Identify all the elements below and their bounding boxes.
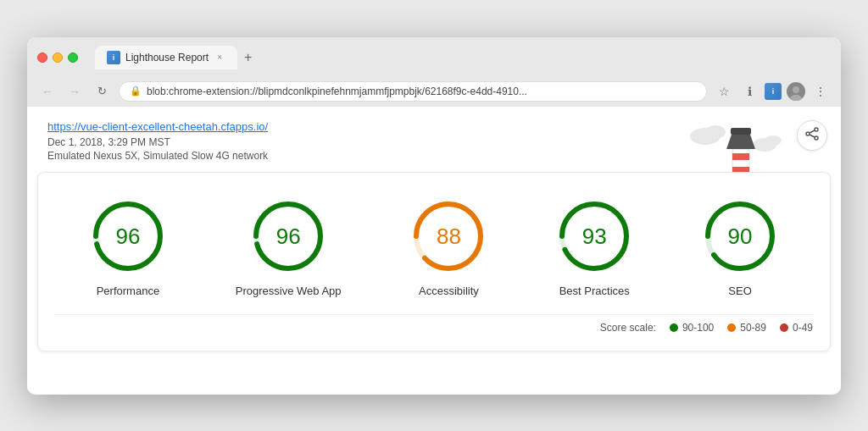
share-icon xyxy=(805,127,819,144)
score-circle-seo: 90 xyxy=(702,198,778,274)
svg-point-15 xyxy=(806,132,810,135)
tab-title: Lighthouse Report xyxy=(125,52,209,64)
svg-point-0 xyxy=(793,86,799,93)
scale-orange-dot xyxy=(727,323,736,332)
address-text: blob:chrome-extension://blipmdconlkpinef… xyxy=(147,86,696,97)
address-bar[interactable]: 🔒 blob:chrome-extension://blipmdconlkpin… xyxy=(119,81,707,102)
title-bar: i Lighthouse Report × + xyxy=(27,37,841,76)
scale-red: 0-49 xyxy=(780,322,813,334)
extension-icon[interactable]: i xyxy=(765,83,782,100)
lighthouse-illustration xyxy=(688,115,790,172)
share-button[interactable] xyxy=(797,120,827,151)
scale-green-dot xyxy=(670,323,678,332)
svg-line-17 xyxy=(810,130,815,133)
score-scale-label: Score scale: xyxy=(600,322,656,334)
scale-orange-range: 50-89 xyxy=(740,322,766,334)
score-value-performance: 96 xyxy=(115,223,140,249)
score-value-accessibility: 88 xyxy=(437,223,461,249)
svg-point-1 xyxy=(790,95,802,101)
score-label-pwa: Progressive Web App xyxy=(236,285,342,297)
svg-rect-8 xyxy=(732,167,749,172)
bookmark-button[interactable]: ☆ xyxy=(714,81,734,102)
close-traffic-light[interactable] xyxy=(37,52,47,63)
score-item-best-practices: 93 Best Practices xyxy=(556,198,632,297)
svg-point-3 xyxy=(705,125,726,139)
info-button[interactable]: ℹ xyxy=(739,81,760,102)
svg-line-18 xyxy=(810,135,815,137)
score-label-accessibility: Accessibility xyxy=(419,285,479,297)
forward-button[interactable]: → xyxy=(64,81,85,102)
svg-point-16 xyxy=(815,136,818,140)
traffic-lights xyxy=(37,52,78,63)
score-value-seo: 90 xyxy=(728,223,753,249)
score-item-performance: 96 Performance xyxy=(90,198,166,297)
svg-point-5 xyxy=(765,135,782,146)
reload-button[interactable]: ↻ xyxy=(92,81,112,102)
scale-green-range: 90-100 xyxy=(682,322,714,334)
minimize-traffic-light[interactable] xyxy=(53,52,63,63)
more-button[interactable]: ⋮ xyxy=(810,81,831,102)
score-value-pwa: 96 xyxy=(276,223,301,249)
scale-red-range: 0-49 xyxy=(793,322,813,334)
score-circle-pwa: 96 xyxy=(250,198,326,274)
nav-bar: ← → ↻ 🔒 blob:chrome-extension://blipmdco… xyxy=(27,76,841,107)
scores-row: 96 Performance 96 Progressive Web App 88… xyxy=(55,198,813,297)
back-button[interactable]: ← xyxy=(37,81,58,102)
tab-favicon: i xyxy=(107,51,120,64)
score-label-best-practices: Best Practices xyxy=(559,285,630,297)
score-value-best-practices: 93 xyxy=(582,223,607,249)
scale-orange: 50-89 xyxy=(727,322,766,334)
page-header: https://vue-client-excellent-cheetah.cfa… xyxy=(27,107,841,172)
scale-green: 90-100 xyxy=(670,322,714,334)
maximize-traffic-light[interactable] xyxy=(68,52,78,63)
score-label-performance: Performance xyxy=(97,285,159,297)
score-circle-performance: 96 xyxy=(90,198,166,274)
score-circle-accessibility: 88 xyxy=(410,198,487,274)
nav-actions: ☆ ℹ i ⋮ xyxy=(714,81,831,102)
active-tab[interactable]: i Lighthouse Report × xyxy=(95,46,237,69)
scale-red-dot xyxy=(780,323,788,332)
tab-close-button[interactable]: × xyxy=(214,52,225,64)
svg-point-14 xyxy=(815,128,818,131)
lock-icon: 🔒 xyxy=(130,86,142,97)
svg-rect-11 xyxy=(731,128,751,135)
svg-rect-7 xyxy=(732,153,749,160)
score-item-pwa: 96 Progressive Web App xyxy=(236,198,342,297)
new-tab-button[interactable]: + xyxy=(237,47,259,69)
score-circle-best-practices: 93 xyxy=(556,198,632,274)
score-item-accessibility: 88 Accessibility xyxy=(410,198,487,297)
score-label-seo: SEO xyxy=(728,285,751,297)
tabs-row: i Lighthouse Report × + xyxy=(95,46,831,69)
score-item-seo: 90 SEO xyxy=(702,198,778,297)
page-content: https://vue-client-excellent-cheetah.cfa… xyxy=(27,107,841,395)
browser-window: i Lighthouse Report × + ← → ↻ 🔒 blob:chr… xyxy=(27,37,841,395)
score-scale: Score scale: 90-100 50-89 0-49 xyxy=(55,314,813,334)
avatar[interactable] xyxy=(787,82,805,101)
scores-section: 96 Performance 96 Progressive Web App 88… xyxy=(37,172,831,351)
